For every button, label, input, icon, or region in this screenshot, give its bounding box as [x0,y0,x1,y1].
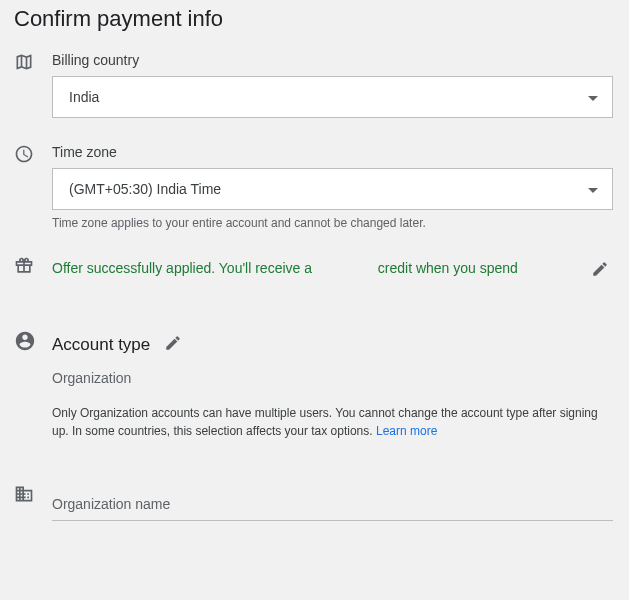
billing-country-value: India [69,89,99,105]
learn-more-link[interactable]: Learn more [376,424,437,438]
offer-message: Offer successfully applied. You'll recei… [52,256,587,279]
edit-account-type-button[interactable] [160,330,186,360]
organization-name-input[interactable] [52,488,613,521]
building-icon [10,484,52,504]
account-type-value: Organization [52,370,613,386]
organization-row [10,484,619,521]
billing-country-label: Billing country [52,52,613,68]
offer-text-after: credit when you spend [378,260,518,276]
billing-country-row: Billing country India [10,52,619,118]
timezone-row: Time zone (GMT+05:30) India Time Time zo… [10,144,619,230]
clock-icon [10,144,52,164]
timezone-helper: Time zone applies to your entire account… [52,216,613,230]
chevron-down-icon [588,181,598,197]
offer-text-before: Offer successfully applied. You'll recei… [52,260,312,276]
edit-offer-button[interactable] [587,256,613,286]
gift-icon [10,256,52,276]
offer-row: Offer successfully applied. You'll recei… [10,256,619,286]
timezone-select[interactable]: (GMT+05:30) India Time [52,168,613,210]
account-type-description-text: Only Organization accounts can have mult… [52,406,598,438]
billing-country-select[interactable]: India [52,76,613,118]
account-type-row: Account type Organization Only Organizat… [10,330,619,440]
map-icon [10,52,52,72]
timezone-label: Time zone [52,144,613,160]
page-title: Confirm payment info [10,0,619,52]
timezone-value: (GMT+05:30) India Time [69,181,221,197]
account-type-title: Account type [52,335,150,355]
account-type-description: Only Organization accounts can have mult… [52,404,613,440]
chevron-down-icon [588,89,598,105]
person-icon [10,330,52,352]
